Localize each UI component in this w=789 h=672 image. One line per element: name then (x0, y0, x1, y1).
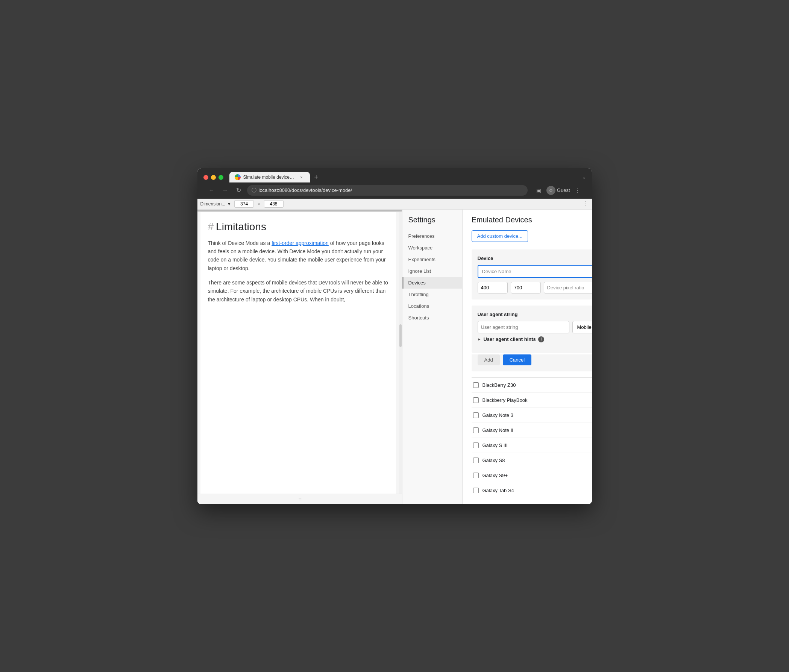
sidebar-item-preferences-label: Preferences (409, 233, 435, 239)
sidebar-item-devices[interactable]: Devices (402, 277, 462, 289)
sidebar-item-locations-label: Locations (409, 303, 430, 309)
width-input[interactable]: 374 (234, 200, 254, 208)
sidebar-item-devices-label: Devices (409, 280, 426, 286)
address-text: localhost:8080/docs/devtools/device-mode… (259, 187, 352, 193)
device-dpr-input[interactable] (544, 282, 592, 293)
user-agent-section: User agent string Mobile Desktop Tablet … (471, 306, 592, 353)
device-list: BlackBerry Z30 Blackberry PlayBook Galax… (471, 378, 592, 498)
device-name-input[interactable] (478, 265, 592, 278)
sidebar-item-throttling[interactable]: Throttling (402, 289, 462, 300)
profile-label: Guest (557, 187, 570, 193)
info-icon[interactable]: i (538, 336, 544, 342)
device-galaxy-s8-checkbox[interactable] (473, 458, 479, 463)
height-input[interactable]: 438 (264, 200, 284, 208)
device-form-section: Device (471, 250, 592, 299)
profile-avatar: ☺ (546, 186, 556, 195)
chrome-bar: Simulate mobile devices with D × + ⌄ ← →… (197, 168, 592, 198)
device-galaxy-note-3-checkbox[interactable] (473, 412, 479, 418)
ua-string-input[interactable] (478, 321, 569, 333)
ua-type-select[interactable]: Mobile Desktop Tablet (572, 321, 592, 333)
device-galaxy-note-ii-label: Galaxy Note II (482, 427, 513, 433)
page-bottom-bar: ≡ (197, 494, 402, 504)
device-galaxy-s9-plus-checkbox[interactable] (473, 473, 479, 478)
address-host: localhost (259, 187, 278, 193)
dimension-selector[interactable]: Dimension... ▼ (200, 201, 232, 206)
device-width-input[interactable] (478, 282, 508, 293)
forward-button[interactable]: → (220, 185, 230, 196)
device-blackberry-z30-label: BlackBerry Z30 (482, 382, 516, 388)
lock-icon: ⓘ (252, 187, 257, 194)
tab-search-icon[interactable]: ▣ (533, 185, 544, 196)
profile-button[interactable]: ☺ Guest (546, 186, 570, 195)
device-galaxy-tab-s4-checkbox[interactable] (473, 488, 479, 493)
sidebar-item-ignore-list[interactable]: Ignore List (402, 265, 462, 277)
sidebar-item-preferences[interactable]: Preferences (402, 230, 462, 242)
minimize-traffic-light[interactable] (211, 175, 216, 180)
list-item: Galaxy S9+ (471, 468, 592, 483)
traffic-lights (203, 175, 224, 180)
client-hints-triangle-icon: ► (478, 337, 481, 341)
ua-section-label: User agent string (478, 312, 592, 317)
settings-main: × Emulated Devices Add custom device... … (463, 210, 592, 504)
device-galaxy-note-3-label: Galaxy Note 3 (482, 412, 513, 418)
right-scrollbar[interactable] (399, 212, 402, 494)
sidebar-item-shortcuts[interactable]: Shortcuts (402, 312, 462, 323)
sidebar-item-experiments[interactable]: Experiments (402, 254, 462, 265)
list-item: Galaxy Note II (471, 423, 592, 438)
heading-hash: # (208, 221, 214, 233)
page-paragraph2: There are some aspects of mobile devices… (208, 278, 388, 304)
devtools-toolbar: Dimension... ▼ 374 × 438 ⋮ (197, 198, 592, 210)
device-form-label: Device (478, 256, 592, 261)
dimension-label: Dimension... (200, 201, 226, 206)
heading-text: Limitations (216, 221, 266, 233)
tab-close-icon[interactable]: × (299, 174, 305, 180)
sidebar-item-workspace[interactable]: Workspace (402, 242, 462, 254)
page-content: # Limitations Think of Device Mode as a … (200, 212, 396, 494)
sidebar-item-workspace-label: Workspace (409, 245, 433, 251)
tab-favicon (235, 174, 241, 180)
page-link[interactable]: first-order approximation (272, 240, 329, 246)
list-item: Blackberry PlayBook (471, 393, 592, 408)
settings-sidebar: Settings Preferences Workspace Experimen… (402, 210, 463, 504)
active-tab[interactable]: Simulate mobile devices with D × (229, 172, 310, 182)
browser-window: Simulate mobile devices with D × + ⌄ ← →… (197, 168, 592, 504)
toolbar-more-icon[interactable]: ⋮ (583, 200, 589, 207)
address-bar[interactable]: ⓘ localhost:8080/docs/devtools/device-mo… (247, 185, 528, 196)
device-galaxy-note-ii-checkbox[interactable] (473, 427, 479, 433)
list-item: Galaxy Tab S4 (471, 483, 592, 498)
sidebar-item-throttling-label: Throttling (409, 291, 429, 297)
add-device-button[interactable]: Add (478, 354, 500, 365)
device-height-input[interactable] (511, 282, 541, 293)
dimension-x-separator: × (258, 202, 260, 206)
client-hints-label: User agent client hints (483, 336, 535, 342)
device-galaxy-tab-s4-label: Galaxy Tab S4 (482, 488, 514, 493)
device-blackberry-z30-checkbox[interactable] (473, 382, 479, 388)
page-preview: # Limitations Think of Device Mode as a … (197, 210, 402, 504)
address-row: ← → ↻ ⓘ localhost:8080/docs/devtools/dev… (203, 183, 586, 198)
device-galaxy-s8-label: Galaxy S8 (482, 458, 505, 463)
add-custom-device-button[interactable]: Add custom device... (471, 230, 529, 242)
chrome-menu-icon[interactable]: ⋮ (572, 185, 583, 196)
device-dimensions-row (478, 282, 592, 293)
list-item: Galaxy S8 (471, 453, 592, 468)
tab-title-text: Simulate mobile devices with D (243, 174, 296, 180)
device-galaxy-s9-plus-label: Galaxy S9+ (482, 473, 508, 478)
tab-chevron-icon[interactable]: ⌄ (582, 174, 586, 180)
cancel-button[interactable]: Cancel (503, 354, 531, 365)
sidebar-item-locations[interactable]: Locations (402, 300, 462, 312)
settings-panel: Settings Preferences Workspace Experimen… (402, 210, 592, 504)
back-button[interactable]: ← (206, 185, 217, 196)
settings-title: Settings (402, 216, 462, 230)
page-content-wrapper: # Limitations Think of Device Mode as a … (197, 212, 402, 494)
reload-button[interactable]: ↻ (233, 185, 244, 196)
list-item: Galaxy Note 3 (471, 408, 592, 423)
device-galaxy-s-iii-checkbox[interactable] (473, 443, 479, 448)
client-hints-row[interactable]: ► User agent client hints i (478, 333, 592, 347)
device-blackberry-playbook-checkbox[interactable] (473, 397, 479, 403)
page-heading: # Limitations (208, 221, 388, 233)
close-traffic-light[interactable] (203, 175, 208, 180)
chrome-actions: ▣ ☺ Guest ⋮ (533, 185, 583, 196)
list-item: BlackBerry Z30 (471, 378, 592, 393)
maximize-traffic-light[interactable] (219, 175, 224, 180)
new-tab-button[interactable]: + (311, 172, 321, 183)
